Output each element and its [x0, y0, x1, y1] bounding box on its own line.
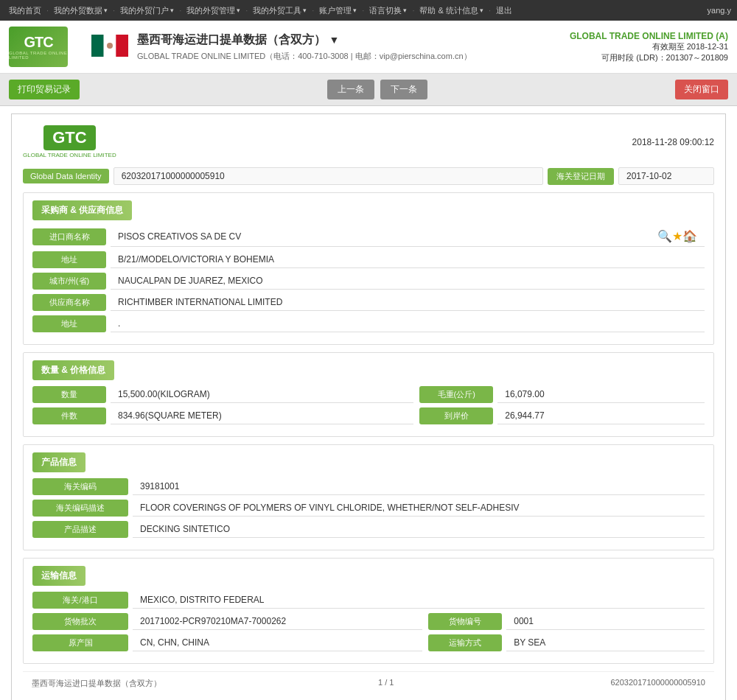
- country-flag: [91, 35, 128, 59]
- address-row-2: 地址 .: [32, 315, 705, 332]
- doc-timestamp: 2018-11-28 09:00:12: [632, 137, 714, 147]
- nav-manage[interactable]: 我的外贸管理 ▾: [184, 5, 243, 16]
- port-label: 海关/港口: [32, 592, 128, 609]
- origin-label: 原产国: [32, 634, 128, 651]
- search-icon[interactable]: 🔍: [657, 229, 672, 243]
- product-section: 产品信息 海关编码 39181001 海关编码描述 FLOOR COVERING…: [23, 444, 714, 550]
- product-header: 产品信息: [32, 452, 85, 472]
- weight-value: 16,079.00: [497, 386, 705, 403]
- hs-code-row: 海关编码 39181001: [32, 478, 705, 495]
- hs-code-label: 海关编码: [32, 478, 128, 495]
- quantity-price-header: 数量 & 价格信息: [32, 360, 114, 380]
- dropdown-arrow: ▾: [480, 7, 483, 14]
- nav-help[interactable]: 帮助 & 统计信息 ▾: [416, 5, 486, 16]
- page-header: GTC GLOBAL TRADE ONLINE LIMITED 墨西哥海运进口提…: [0, 21, 737, 74]
- global-data-id-value: 620320171000000005910: [113, 167, 543, 185]
- importer-name-value: PISOS CREATIVOS SA DE CV 🔍 ★ 🏠: [111, 226, 705, 247]
- address-value-1: B/21//MODELO/VICTORIA Y BOHEMIA: [111, 251, 705, 268]
- quantity-value: 15,500.00(KILOGRAM): [111, 386, 413, 403]
- address-row-1: 地址 B/21//MODELO/VICTORIA Y BOHEMIA: [32, 251, 705, 268]
- nav-logout[interactable]: 退出: [493, 5, 515, 16]
- page-title: 墨西哥海运进口提单数据（含双方） ▼: [137, 32, 570, 48]
- doc-logo-text: GLOBAL TRADE ONLINE LIMITED: [23, 152, 116, 158]
- hs-code-value: 39181001: [133, 478, 705, 495]
- header-title-area: 墨西哥海运进口提单数据（含双方） ▼ GLOBAL TRADE ONLINE L…: [137, 32, 570, 62]
- port-row: 海关/港口 MEXICO, DISTRITO FEDERAL: [32, 592, 705, 609]
- nav-tools[interactable]: 我的外贸工具 ▾: [250, 5, 310, 16]
- header-subtitle: GLOBAL TRADE ONLINE LIMITED（电话：400-710-3…: [137, 51, 570, 62]
- nav-portal[interactable]: 我的外贸门户 ▾: [117, 5, 177, 16]
- hs-desc-row: 海关编码描述 FLOOR COVERINGS OF POLYMERS OF VI…: [32, 500, 705, 517]
- identity-row: Global Data Identity 6203201710000000059…: [23, 167, 714, 185]
- city-value: NAUCALPAN DE JUAREZ, MEXICO: [111, 273, 705, 290]
- origin-row: 原产国 CN, CHN, CHINA 运输方式 BY SEA: [32, 634, 705, 651]
- prev-button-top[interactable]: 上一条: [327, 80, 374, 99]
- cif-value: 26,944.77: [497, 407, 705, 424]
- valid-to: 有效期至 2018-12-31: [570, 41, 728, 52]
- dropdown-arrow: ▾: [353, 7, 357, 14]
- action-bar-top: 打印贸易记录 上一条 下一条 关闭窗口: [0, 74, 737, 106]
- dropdown-arrow: ▾: [303, 7, 307, 14]
- pieces-label: 件数: [32, 407, 106, 424]
- supplier-name-value: RICHTIMBER INTERNATIONAL LIMITED: [111, 294, 705, 311]
- city-label: 城市/州(省): [32, 273, 106, 290]
- card-footer: 墨西哥海运进口提单数据（含双方） 1 / 1 62032017100000000…: [23, 671, 714, 695]
- hs-desc-label: 海关编码描述: [32, 500, 128, 517]
- customs-date-value: 2017-10-02: [618, 167, 714, 185]
- nav-home[interactable]: 我的首页: [6, 5, 44, 16]
- pieces-row: 件数 834.96(SQUARE METER) 到岸价 26,944.77: [32, 407, 705, 424]
- origin-value: CN, CHN, CHINA: [133, 634, 422, 651]
- address-label-2: 地址: [32, 315, 106, 332]
- cargo-id-label: 货物编号: [428, 613, 502, 630]
- nav-account[interactable]: 账户管理 ▾: [316, 5, 360, 16]
- batch-label: 货物批次: [32, 613, 128, 630]
- address-value-2: .: [111, 315, 705, 332]
- supplier-name-label: 供应商名称: [32, 294, 106, 311]
- pieces-value: 834.96(SQUARE METER): [111, 407, 413, 424]
- title-arrow[interactable]: ▼: [329, 34, 339, 46]
- star-icon[interactable]: ★: [672, 229, 682, 243]
- dropdown-arrow: ▾: [237, 7, 240, 14]
- global-data-id-label: Global Data Identity: [23, 169, 109, 183]
- importer-name-label: 进口商名称: [32, 228, 106, 245]
- supplier-name-row: 供应商名称 RICHTIMBER INTERNATIONAL LIMITED: [32, 294, 705, 311]
- print-button-top[interactable]: 打印贸易记录: [9, 80, 80, 99]
- nav-language[interactable]: 语言切换 ▾: [366, 5, 410, 16]
- dropdown-arrow: ▾: [104, 7, 108, 14]
- port-value: MEXICO, DISTRITO FEDERAL: [133, 592, 705, 609]
- buyer-supplier-header: 采购商 & 供应商信息: [32, 200, 132, 220]
- batch-value: 20171002-PCR970210MA7-7000262: [133, 613, 422, 630]
- weight-label: 毛重(公斤): [419, 386, 493, 403]
- quantity-label: 数量: [32, 386, 106, 403]
- product-desc-label: 产品描述: [32, 521, 128, 538]
- quantity-price-section: 数量 & 价格信息 数量 15,500.00(KILOGRAM) 毛重(公斤) …: [23, 352, 714, 437]
- address-label-1: 地址: [32, 251, 106, 268]
- close-button-top[interactable]: 关闭窗口: [675, 80, 728, 99]
- company-name-right: GLOBAL TRADE ONLINE LIMITED (A): [570, 31, 728, 41]
- product-desc-value: DECKING SINTETICO: [133, 521, 705, 538]
- company-logo: GTC GLOBAL TRADE ONLINE LIMITED: [9, 27, 68, 67]
- home-icon[interactable]: 🏠: [682, 229, 697, 243]
- svg-point-3: [107, 43, 113, 49]
- username: yang.y: [708, 6, 731, 15]
- transport-section: 运输信息 海关/港口 MEXICO, DISTRITO FEDERAL 货物批次…: [23, 558, 714, 664]
- next-button-top[interactable]: 下一条: [380, 80, 427, 99]
- ldr-range: 可用时段 (LDR)：201307～201809: [570, 52, 728, 63]
- footer-id: 620320171000000005910: [611, 678, 705, 689]
- transport-mode-label: 运输方式: [428, 634, 502, 651]
- svg-rect-0: [91, 35, 104, 57]
- doc-logo-box: GTC: [43, 125, 95, 150]
- document-header: GTC GLOBAL TRADE ONLINE LIMITED 2018-11-…: [23, 125, 714, 158]
- quantity-row: 数量 15,500.00(KILOGRAM) 毛重(公斤) 16,079.00: [32, 386, 705, 403]
- main-content: GTC GLOBAL TRADE ONLINE LIMITED 2018-11-…: [0, 106, 737, 700]
- logo-area: GTC GLOBAL TRADE ONLINE LIMITED: [9, 27, 68, 67]
- product-desc-row: 产品描述 DECKING SINTETICO: [32, 521, 705, 538]
- dropdown-arrow: ▾: [403, 7, 407, 14]
- nav-data[interactable]: 我的外贸数据 ▾: [51, 5, 111, 16]
- buyer-supplier-section: 采购商 & 供应商信息 进口商名称 PISOS CREATIVOS SA DE …: [23, 192, 714, 345]
- customs-date-label: 海关登记日期: [548, 168, 614, 185]
- cargo-id-value: 0001: [506, 613, 705, 630]
- cif-label: 到岸价: [419, 407, 493, 424]
- header-right-info: GLOBAL TRADE ONLINE LIMITED (A) 有效期至 201…: [570, 31, 728, 63]
- hs-desc-value: FLOOR COVERINGS OF POLYMERS OF VINYL CHL…: [133, 500, 705, 517]
